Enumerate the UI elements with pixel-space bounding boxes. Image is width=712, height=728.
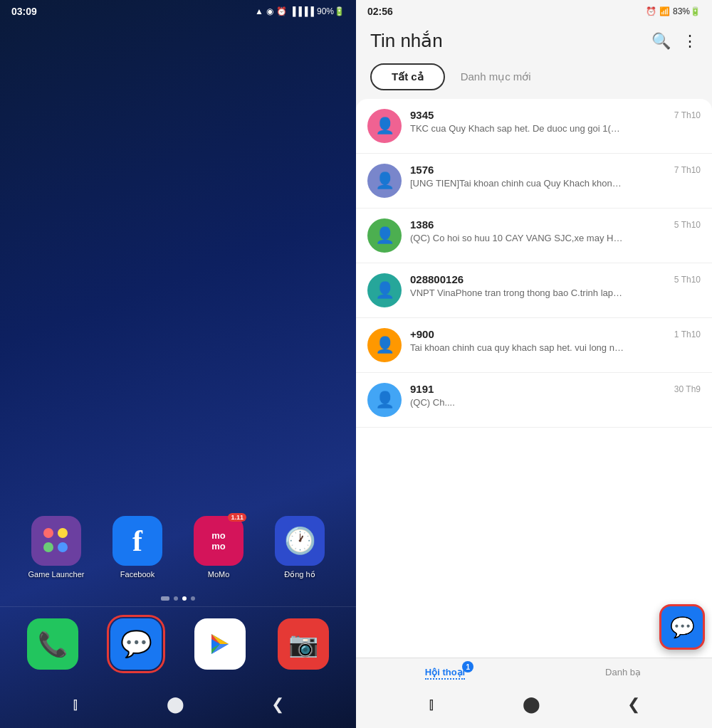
home-screen: 03:09 ▲ ◉ ⏰ ▐▐▐▐ 90%🔋 Game Launcher (0, 0, 356, 728)
status-bar-right: 02:56 ⏰ 📶 83%🔋 (356, 0, 712, 23)
alarm-icon-right: ⏰ (646, 6, 656, 16)
momo-badge: 1.11 (228, 513, 246, 522)
app-game-launcher[interactable]: Game Launcher (21, 516, 91, 579)
sender-9191: 9191 (410, 383, 434, 395)
tab-contacts[interactable]: Danh bạ (534, 664, 712, 682)
upload-icon: ▲ (255, 6, 263, 16)
game-launcher-label: Game Launcher (28, 570, 85, 579)
avatar-1576: 👤 (367, 164, 402, 198)
momo-icon: momo 1.11 (194, 516, 244, 566)
dock-messages[interactable]: 💬 (98, 618, 175, 670)
messages-icon: 💬 (110, 618, 162, 670)
wifi-icon: 📶 (659, 6, 670, 16)
battery-right: 83%🔋 (673, 6, 701, 16)
filter-all-button[interactable]: Tất cả (370, 63, 445, 90)
game-launcher-icon (31, 516, 81, 566)
dock-play-store[interactable] (182, 618, 258, 670)
more-options-button[interactable]: ⋮ (682, 32, 698, 51)
tab-conversations[interactable]: Hội thoại 1 (356, 664, 534, 682)
clock-icon: 🕐 (275, 516, 325, 566)
preview-028800126: VNPT VinaPhone tran trong thong bao C.tr… (410, 287, 624, 298)
avatar-9345: 👤 (367, 109, 402, 143)
play-store-icon (194, 618, 246, 670)
sender-1576: 1576 (410, 164, 434, 176)
avatar-900: 👤 (367, 328, 402, 362)
momo-label: MoMo (208, 570, 230, 579)
avatar-028800126: 👤 (367, 273, 402, 307)
message-item-9191[interactable]: 👤 9191 30 Th9 (QC) Ch.... (356, 373, 712, 428)
back-right[interactable]: ❮ (627, 695, 640, 714)
sender-9345: 9345 (410, 109, 434, 121)
app-clock[interactable]: 🕐 Đồng hồ (265, 516, 335, 579)
home-right[interactable]: ⬤ (523, 695, 540, 714)
app-grid: Game Launcher f Facebook momo 1.11 MoMo … (0, 516, 356, 591)
preview-1576: [UNG TIEN]Tai khoan chinh cua Quy Khach … (410, 178, 624, 189)
date-9191: 30 Th9 (674, 384, 701, 394)
date-1576: 7 Th10 (674, 165, 701, 175)
alarm-icon: ⏰ (276, 6, 287, 16)
message-item-028800126[interactable]: 👤 028800126 5 Th10 VNPT VinaPhone tran t… (356, 263, 712, 318)
page-dot-4 (191, 596, 195, 601)
conversations-badge: 1 (462, 661, 473, 672)
search-button[interactable]: 🔍 (651, 32, 671, 51)
msg-content-9191: 9191 30 Th9 (QC) Ch.... (410, 383, 701, 408)
msg-content-028800126: 028800126 5 Th10 VNPT VinaPhone tran tro… (410, 273, 701, 298)
status-icons-left: ▲ ◉ ⏰ ▐▐▐▐ 90%🔋 (255, 6, 345, 16)
app-momo[interactable]: momo 1.11 MoMo (184, 516, 253, 579)
facebook-label: Facebook (120, 570, 155, 579)
msg-content-1386: 1386 5 Th10 (QC) Co hoi so huu 10 CAY VA… (410, 218, 701, 243)
time-right: 02:56 (367, 6, 393, 17)
contacts-label: Danh bạ (605, 667, 641, 677)
app-facebook[interactable]: f Facebook (103, 516, 172, 579)
preview-1386: (QC) Co hoi so huu 10 CAY VANG SJC,xe ma… (410, 233, 624, 243)
sender-1386: 1386 (410, 218, 434, 231)
page-dot-1 (161, 596, 169, 601)
sync-icon: ◉ (266, 6, 273, 16)
message-item-9345[interactable]: 👤 9345 7 Th10 TKC cua Quy Khach sap het.… (356, 99, 712, 154)
facebook-icon: f (112, 516, 162, 566)
preview-900: Tai khoan chinh cua quy khach sap het. v… (410, 342, 624, 353)
avatar-9191: 👤 (367, 383, 402, 417)
avatar-1386: 👤 (367, 218, 402, 253)
nav-bar-right: ⫿ ⬤ ❮ (356, 687, 712, 728)
page-dot-2 (174, 596, 178, 601)
nav-bar-left: ⫿ ⬤ ❮ (0, 687, 356, 728)
message-item-1576[interactable]: 👤 1576 7 Th10 [UNG TIEN]Tai khoan chinh … (356, 154, 712, 209)
messages-title: Tin nhắn (370, 30, 443, 52)
dock: 📞 💬 📷 (0, 606, 356, 687)
phone-icon: 📞 (27, 618, 78, 670)
msg-content-900: +900 1 Th10 Tai khoan chinh cua quy khac… (410, 328, 701, 353)
message-item-900[interactable]: 👤 +900 1 Th10 Tai khoan chinh cua quy kh… (356, 318, 712, 373)
conversations-label: Hội thoại 1 (425, 667, 465, 680)
filter-row: Tất cả Danh mục mới (356, 63, 712, 99)
recent-apps-right[interactable]: ⫿ (428, 695, 436, 714)
preview-9345: TKC cua Quy Khach sap het. De duoc ung g… (410, 123, 624, 134)
date-028800126: 5 Th10 (674, 275, 701, 285)
status-bar-left: 03:09 ▲ ◉ ⏰ ▐▐▐▐ 90%🔋 (0, 0, 356, 23)
messages-screen: 02:56 ⏰ 📶 83%🔋 Tin nhắn 🔍 ⋮ Tất cả Danh … (356, 0, 712, 728)
messages-list: 👤 9345 7 Th10 TKC cua Quy Khach sap het.… (356, 99, 712, 658)
chat-bubble-icon: 💬 (670, 616, 695, 639)
dock-camera[interactable]: 📷 (266, 618, 342, 670)
msg-content-1576: 1576 7 Th10 [UNG TIEN]Tai khoan chinh cu… (410, 164, 701, 189)
msg-content-9345: 9345 7 Th10 TKC cua Quy Khach sap het. D… (410, 109, 701, 134)
clock-label: Đồng hồ (284, 570, 315, 579)
back-button[interactable]: ❮ (271, 695, 284, 714)
home-button[interactable]: ⬤ (167, 695, 184, 714)
page-dot-3 (182, 596, 187, 601)
date-900: 1 Th10 (674, 329, 701, 339)
message-item-1386[interactable]: 👤 1386 5 Th10 (QC) Co hoi so huu 10 CAY … (356, 209, 712, 263)
header-actions: 🔍 ⋮ (651, 32, 698, 51)
time-left: 03:09 (11, 6, 37, 17)
preview-9191: (QC) Ch.... (410, 397, 624, 408)
recent-apps-button[interactable]: ⫿ (72, 695, 80, 714)
date-1386: 5 Th10 (674, 220, 701, 230)
page-indicator (0, 591, 356, 606)
date-9345: 7 Th10 (674, 110, 701, 120)
dock-phone[interactable]: 📞 (14, 618, 91, 670)
filter-new-category-button[interactable]: Danh mục mới (454, 63, 538, 90)
camera-icon: 📷 (278, 618, 329, 670)
floating-chat-button[interactable]: 💬 (659, 604, 705, 650)
signal-icon: ▐▐▐▐ (290, 6, 314, 16)
bottom-tabs: Hội thoại 1 Danh bạ (356, 658, 712, 687)
